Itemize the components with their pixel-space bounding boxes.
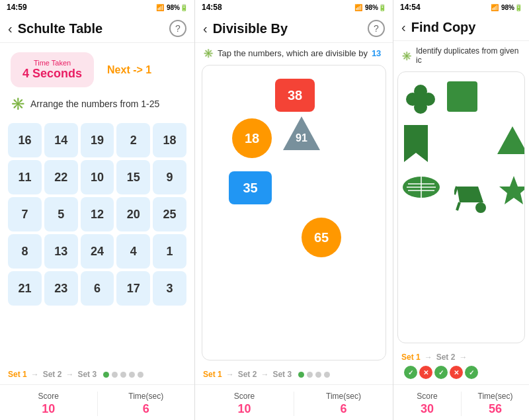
shape-football[interactable] bbox=[401, 175, 441, 202]
schulte-cell[interactable]: 21 bbox=[8, 271, 42, 306]
svg-marker-17 bbox=[499, 176, 525, 204]
back-button-2[interactable]: ‹ bbox=[203, 21, 208, 36]
schulte-cell[interactable]: 14 bbox=[44, 123, 78, 157]
schulte-grid-container: 1614192181122101597512202581324412123617… bbox=[0, 118, 194, 364]
schulte-cell[interactable]: 17 bbox=[116, 271, 150, 306]
p2-dot-4 bbox=[324, 372, 330, 378]
schulte-cell[interactable]: 20 bbox=[116, 197, 150, 231]
schulte-cell[interactable]: 2 bbox=[116, 123, 150, 157]
time-label-3: Time(sec) bbox=[462, 392, 529, 401]
schulte-cell[interactable]: 12 bbox=[81, 197, 114, 231]
page-title-1: Schulte Table bbox=[18, 21, 164, 36]
shape-flower[interactable] bbox=[403, 82, 438, 119]
status-icons-2: 📶 98%🔋 bbox=[354, 4, 386, 11]
schulte-cell[interactable]: 18 bbox=[153, 123, 186, 157]
p2-set-1[interactable]: Set 1 bbox=[203, 370, 222, 379]
score-value-3: 30 bbox=[393, 402, 461, 416]
time-label-1: Time(sec) bbox=[98, 392, 195, 401]
battery-icon-3: 98%🔋 bbox=[501, 4, 522, 11]
shape-square[interactable] bbox=[446, 80, 479, 116]
status-bar-2: 14:58 📶 98%🔋 bbox=[195, 0, 393, 15]
schulte-cell[interactable]: 19 bbox=[81, 123, 114, 157]
shape-triangle[interactable] bbox=[496, 125, 525, 158]
dot-3 bbox=[120, 372, 126, 378]
status-time-3: 14:54 bbox=[400, 3, 421, 12]
help-button-2[interactable]: ? bbox=[368, 20, 385, 37]
schulte-cell[interactable]: 23 bbox=[44, 271, 78, 306]
status-time-2: 14:58 bbox=[202, 3, 222, 12]
schulte-cell[interactable]: 16 bbox=[8, 123, 42, 157]
number-tile[interactable]: 65 bbox=[302, 218, 341, 257]
schulte-cell[interactable]: 4 bbox=[116, 234, 150, 269]
page-title-3: Find Copy bbox=[411, 20, 521, 35]
arrange-instruction: ✳️ Arrange the numbers from 1-25 bbox=[0, 97, 194, 118]
shape-star6[interactable] bbox=[497, 175, 525, 210]
schulte-cell[interactable]: 7 bbox=[8, 197, 42, 231]
status-bar-1: 14:59 📶 98%🔋 bbox=[0, 0, 194, 15]
schulte-cell[interactable]: 8 bbox=[8, 234, 42, 269]
instruction-row-3: ✳️ Identify duplicates from given ic bbox=[393, 41, 529, 67]
p2-set-3[interactable]: Set 3 bbox=[272, 370, 292, 379]
set-3-label[interactable]: Set 3 bbox=[77, 370, 97, 379]
schulte-cell[interactable]: 13 bbox=[44, 234, 78, 269]
schulte-cell[interactable]: 10 bbox=[81, 160, 114, 194]
score-label-1: Score bbox=[0, 392, 97, 401]
score-value-1: 10 bbox=[0, 402, 97, 416]
score-section-3: Score 30 bbox=[393, 392, 462, 416]
dot-1 bbox=[103, 372, 109, 378]
schulte-cell[interactable]: 6 bbox=[81, 271, 114, 306]
svg-line-15 bbox=[454, 187, 457, 194]
shape-crescent[interactable] bbox=[491, 80, 524, 116]
p3-dots: ✓ ✕ ✓ ✕ ✓ bbox=[404, 366, 478, 379]
shape-bookmark[interactable] bbox=[401, 125, 430, 165]
schulte-cell[interactable]: 9 bbox=[153, 160, 186, 194]
p3-dot-3: ✓ bbox=[434, 366, 448, 379]
number-tile[interactable]: 91 bbox=[282, 115, 321, 151]
nav-bar-1: ‹ Schulte Table ? bbox=[0, 15, 194, 43]
shape-wheelbarrow[interactable] bbox=[454, 181, 491, 216]
instruction-row-2: ✳️ Tap the numbers, which are divisible … bbox=[195, 43, 393, 61]
schulte-cell[interactable]: 25 bbox=[153, 197, 186, 231]
time-card: Time Taken 4 Seconds bbox=[11, 52, 94, 87]
dot-4 bbox=[129, 372, 135, 378]
time-next-row: Time Taken 4 Seconds Next -> 1 bbox=[0, 43, 194, 97]
find-copy-panel: 14:54 📶 98%🔋 ‹ Find Copy ✳️ Identify dup… bbox=[393, 0, 529, 420]
dot-5 bbox=[138, 372, 143, 378]
score-section-2: Score 10 bbox=[195, 392, 294, 416]
schulte-cell[interactable]: 22 bbox=[44, 160, 78, 194]
p3-set-1[interactable]: Set 1 bbox=[401, 353, 421, 362]
score-section-1: Score 10 bbox=[0, 392, 98, 416]
schulte-cell[interactable]: 11 bbox=[8, 160, 42, 194]
schulte-cell[interactable]: 15 bbox=[116, 160, 150, 194]
help-button-1[interactable]: ? bbox=[169, 20, 186, 37]
sun-icon-3: ✳️ bbox=[401, 51, 412, 61]
find-copy-game-area bbox=[397, 71, 525, 343]
time-value-3: 56 bbox=[462, 402, 529, 416]
schulte-cell[interactable]: 3 bbox=[153, 271, 186, 306]
nav-bar-2: ‹ Divisible By ? bbox=[195, 15, 393, 43]
svg-marker-8 bbox=[497, 126, 525, 154]
score-value-2: 10 bbox=[195, 402, 294, 416]
number-tile[interactable]: 35 bbox=[229, 171, 272, 204]
sun-icon-2: ✳️ bbox=[203, 48, 214, 58]
svg-text:91: 91 bbox=[296, 132, 307, 144]
status-time-1: 14:59 bbox=[7, 3, 27, 12]
p2-set-2[interactable]: Set 2 bbox=[238, 370, 257, 379]
schulte-cell[interactable]: 5 bbox=[44, 197, 78, 231]
signal-icon: 📶 bbox=[156, 4, 164, 11]
score-bar-2: Score 10 Time(sec) 6 bbox=[195, 384, 393, 420]
number-tile[interactable]: 18 bbox=[232, 118, 272, 158]
svg-point-6 bbox=[414, 93, 427, 106]
schulte-cell[interactable]: 24 bbox=[81, 234, 114, 269]
score-bar-3: Score 30 Time(sec) 56 bbox=[393, 384, 529, 420]
back-button-3[interactable]: ‹ bbox=[401, 20, 406, 35]
p2-dot-3 bbox=[315, 372, 321, 378]
set-1-label[interactable]: Set 1 bbox=[8, 370, 27, 379]
number-tile[interactable]: 38 bbox=[275, 79, 315, 112]
time-taken-label: Time Taken bbox=[22, 59, 82, 67]
schulte-cell[interactable]: 1 bbox=[153, 234, 186, 269]
set-2-label[interactable]: Set 2 bbox=[43, 370, 62, 379]
back-button-1[interactable]: ‹ bbox=[8, 21, 13, 36]
score-label-3: Score bbox=[393, 392, 461, 401]
p3-set-2[interactable]: Set 2 bbox=[436, 353, 456, 362]
